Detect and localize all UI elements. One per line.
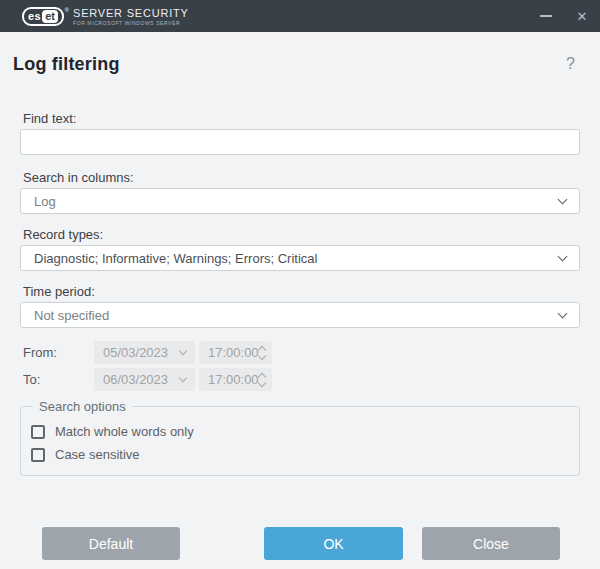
match-whole-words-checkbox-row[interactable]: Match whole words only [31, 424, 569, 439]
to-time-value: 17:00:00 [208, 372, 259, 387]
time-period-label: Time period: [23, 284, 580, 299]
close-button[interactable]: Close [422, 527, 560, 560]
default-button[interactable]: Default [42, 527, 180, 560]
product-name: SERVER SECURITY [73, 7, 189, 19]
find-text-label: Find text: [23, 111, 580, 126]
spinner-updown-icon [259, 345, 265, 359]
datetime-range: From: 05/03/2023 17:00:00 To: 06/03/2023… [20, 340, 580, 391]
from-date-value: 05/03/2023 [103, 345, 168, 360]
record-types-group: Record types: Diagnostic; Informative; W… [20, 227, 580, 271]
to-row: To: 06/03/2023 17:00:00 [20, 367, 580, 391]
record-types-value: Diagnostic; Informative; Warnings; Error… [34, 251, 317, 266]
from-label: From: [20, 345, 94, 360]
chevron-down-icon [558, 194, 568, 204]
to-label: To: [20, 372, 94, 387]
search-in-columns-value: Log [34, 194, 56, 209]
case-sensitive-checkbox-row[interactable]: Case sensitive [31, 447, 569, 462]
eset-logo: es et ® [22, 7, 64, 26]
spinner-updown-icon [259, 372, 265, 386]
minimize-icon [540, 15, 552, 17]
find-text-fieldbox [20, 129, 580, 155]
search-in-columns-label: Search in columns: [23, 170, 580, 185]
checkbox-unchecked-icon[interactable] [31, 448, 45, 462]
to-date-picker: 06/03/2023 [94, 368, 195, 391]
to-date-value: 06/03/2023 [103, 372, 168, 387]
eset-logo-es: es [28, 10, 41, 23]
page-title: Log filtering [13, 53, 120, 75]
time-period-group: Time period: Not specified [20, 284, 580, 328]
chevron-down-icon [257, 352, 265, 360]
close-icon: ✕ [577, 9, 588, 24]
to-time-spinner: 17:00:00 [199, 368, 272, 391]
chevron-down-icon [558, 251, 568, 261]
help-button[interactable]: ? [566, 55, 575, 73]
case-sensitive-label: Case sensitive [55, 447, 140, 462]
close-window-button[interactable]: ✕ [564, 0, 600, 32]
dialog-footer: Default OK Close [20, 527, 580, 560]
chevron-down-icon [558, 308, 568, 318]
minimize-button[interactable] [528, 0, 564, 32]
find-text-group: Find text: [20, 111, 580, 155]
eset-logo-et: et [42, 10, 58, 23]
window-controls: ✕ [528, 0, 600, 32]
title-bar: es et ® SERVER SECURITY FOR MICROSOFT WI… [0, 0, 600, 32]
search-options-group: Search options Match whole words only Ca… [20, 399, 580, 476]
product-name-block: SERVER SECURITY FOR MICROSOFT WINDOWS SE… [73, 7, 189, 26]
chevron-down-icon [257, 379, 265, 387]
log-filtering-form: Find text: Search in columns: Log Record… [0, 111, 600, 560]
from-date-picker: 05/03/2023 [94, 341, 195, 364]
registered-mark-icon: ® [65, 4, 69, 17]
checkbox-unchecked-icon[interactable] [31, 425, 45, 439]
time-period-value: Not specified [34, 308, 109, 323]
record-types-dropdown[interactable]: Diagnostic; Informative; Warnings; Error… [20, 245, 580, 271]
search-in-columns-dropdown[interactable]: Log [20, 188, 580, 214]
from-time-spinner: 17:00:00 [199, 341, 272, 364]
dialog-header: Log filtering ? [0, 32, 600, 75]
match-whole-words-label: Match whole words only [55, 424, 194, 439]
ok-button[interactable]: OK [264, 527, 403, 560]
record-types-label: Record types: [23, 227, 580, 242]
product-subtitle: FOR MICROSOFT WINDOWS SERVER [73, 20, 189, 26]
chevron-down-icon [179, 346, 187, 354]
from-time-value: 17:00:00 [208, 345, 259, 360]
search-options-legend: Search options [33, 399, 132, 414]
from-row: From: 05/03/2023 17:00:00 [20, 340, 580, 364]
time-period-dropdown[interactable]: Not specified [20, 302, 580, 328]
chevron-down-icon [179, 373, 187, 381]
find-text-input[interactable] [21, 130, 579, 154]
search-in-columns-group: Search in columns: Log [20, 170, 580, 214]
